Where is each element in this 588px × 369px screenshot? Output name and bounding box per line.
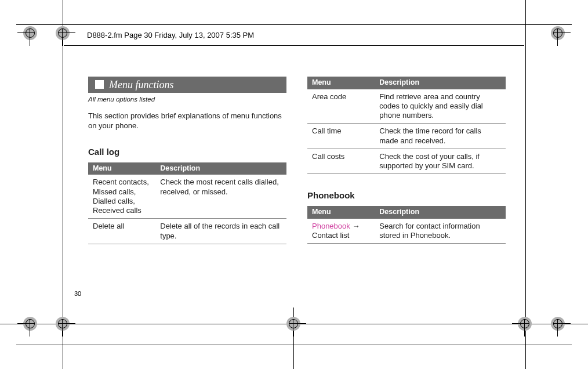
table-row: Phonebook → Contact list Search for cont… xyxy=(307,219,506,244)
phonebook-highlight: Phonebook xyxy=(312,222,350,230)
banner-subtitle: All menu options listed xyxy=(88,95,286,103)
reg-mark-icon xyxy=(56,26,70,40)
bottom-rule xyxy=(16,345,572,345)
cell-desc: Check the cost of your calls, if support… xyxy=(375,149,506,174)
cell-desc: Search for contact information stored in… xyxy=(375,219,506,244)
call-log-table: Menu Description Recent contacts, Missed… xyxy=(88,162,286,244)
phonebook-tail: Contact list xyxy=(312,231,349,240)
section-banner: Menu functions xyxy=(88,77,286,93)
header-underline xyxy=(64,45,524,46)
th-menu: Menu xyxy=(307,206,375,219)
cell-desc: Check the most recent calls dialled, rec… xyxy=(155,175,286,219)
banner-title: Menu functions xyxy=(109,78,173,92)
cell-menu: Call costs xyxy=(307,149,375,174)
reg-mark-icon xyxy=(23,317,37,331)
th-menu: Menu xyxy=(88,162,155,175)
table-row: Delete all Delete all of the records in … xyxy=(88,219,286,244)
table-row: Recent contacts, Missed calls, Dialled c… xyxy=(88,175,286,219)
th-menu: Menu xyxy=(307,77,375,89)
phonebook-table: Menu Description Phonebook → Contact lis… xyxy=(307,206,506,244)
table-row: Area code Find retrieve area and country… xyxy=(307,89,506,124)
intro-paragraph: This section provides brief explanations… xyxy=(88,111,286,131)
reg-mark-icon xyxy=(551,26,565,40)
cell-menu: Call time xyxy=(307,124,375,149)
th-description: Description xyxy=(155,162,286,175)
top-rule xyxy=(16,24,572,25)
square-icon xyxy=(95,80,104,89)
call-log-heading: Call log xyxy=(88,147,286,158)
header-text: D888-2.fm Page 30 Friday, July 13, 2007 … xyxy=(87,31,254,39)
right-column: Menu Description Area code Find retrieve… xyxy=(307,77,506,244)
left-column: Menu functions All menu options listed T… xyxy=(88,77,286,244)
call-log-cont-table: Menu Description Area code Find retrieve… xyxy=(307,77,506,174)
page-body: Menu functions All menu options listed T… xyxy=(88,77,506,244)
reg-mark-icon xyxy=(56,317,70,331)
cell-desc: Find retrieve area and country codes to … xyxy=(375,89,506,124)
page-number: 30 xyxy=(74,290,81,297)
reg-mark-icon xyxy=(23,26,37,40)
table-row: Call costs Check the cost of your calls,… xyxy=(307,149,506,174)
cell-menu: Delete all xyxy=(88,219,155,244)
left-rule xyxy=(63,0,63,369)
th-description: Description xyxy=(375,77,506,89)
cell-menu: Phonebook → Contact list xyxy=(307,219,375,244)
cell-menu: Area code xyxy=(307,89,375,124)
reg-mark-icon xyxy=(518,317,532,331)
th-description: Description xyxy=(375,206,506,219)
table-row: Call time Check the time record for call… xyxy=(307,124,506,149)
phonebook-heading: Phonebook xyxy=(307,190,506,201)
arrow-icon: → xyxy=(352,222,360,230)
cell-desc: Check the time record for calls made and… xyxy=(375,124,506,149)
right-rule xyxy=(525,0,526,369)
reg-mark-icon xyxy=(551,317,565,331)
reg-mark-icon xyxy=(286,317,300,331)
cell-desc: Delete all of the records in each call t… xyxy=(155,219,286,244)
cell-menu: Recent contacts, Missed calls, Dialled c… xyxy=(88,175,155,219)
